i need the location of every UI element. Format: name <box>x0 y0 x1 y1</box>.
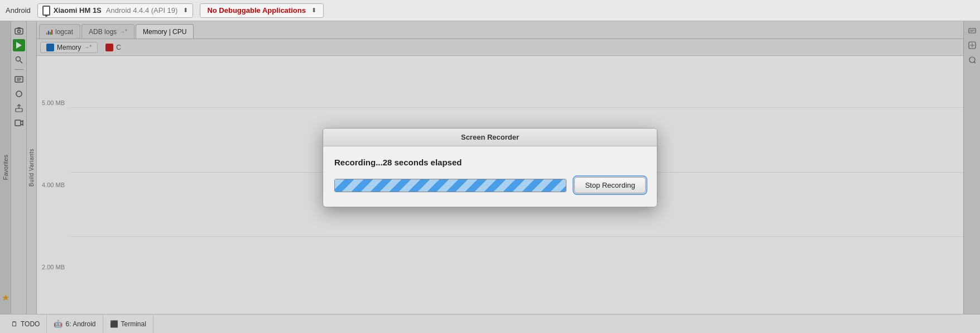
device-sdk: Android 4.4.4 (API 19) <box>106 6 178 15</box>
device-dropdown-arrow: ⬍ <box>183 7 188 14</box>
status-tab-todo[interactable]: 🗒 TODO <box>4 315 47 333</box>
progress-row: Stop Recording <box>334 177 646 193</box>
status-tab-android[interactable]: 🤖 6: Android <box>47 315 103 333</box>
modal-title: Screen Recorder <box>461 133 519 141</box>
stop-recording-button[interactable]: Stop Recording <box>574 177 646 193</box>
app-dropdown[interactable]: No Debuggable Applications ⬍ <box>200 3 323 18</box>
status-bar: 🗒 TODO 🤖 6: Android ⬛ Terminal <box>0 314 980 333</box>
progress-bar <box>335 179 566 192</box>
android-icon: 🤖 <box>54 320 63 328</box>
android-label: 6: Android <box>65 320 95 328</box>
no-debug-label: No Debuggable Applications <box>207 6 305 15</box>
modal-overlay: Screen Recorder Recording...28 seconds e… <box>0 21 980 314</box>
top-bar: Android Xiaomi HM 1S Android 4.4.4 (API … <box>0 0 980 21</box>
modal-body: Recording...28 seconds elapsed Stop Reco… <box>323 146 657 207</box>
todo-icon: 🗒 <box>11 320 18 328</box>
device-dropdown[interactable]: Xiaomi HM 1S Android 4.4.4 (API 19) ⬍ <box>37 3 194 18</box>
modal-title-bar: Screen Recorder <box>323 129 657 146</box>
device-icon <box>42 6 50 16</box>
app-dropdown-arrow: ⬍ <box>311 7 316 14</box>
recording-status: Recording...28 seconds elapsed <box>334 158 646 167</box>
terminal-label: Terminal <box>121 320 146 328</box>
status-tab-terminal[interactable]: ⬛ Terminal <box>103 315 153 333</box>
todo-label: TODO <box>21 320 40 328</box>
window-title: Android <box>6 6 31 15</box>
device-name: Xiaomi HM 1S <box>54 6 102 15</box>
screen-recorder-dialog: Screen Recorder Recording...28 seconds e… <box>323 128 657 207</box>
terminal-icon: ⬛ <box>110 320 118 328</box>
progress-bar-container <box>334 179 566 192</box>
